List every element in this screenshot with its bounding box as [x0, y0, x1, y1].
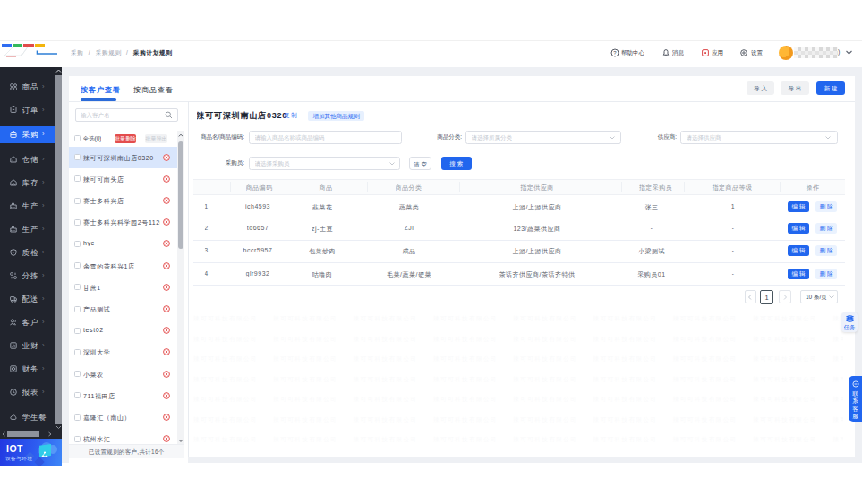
svg-text:?: ?	[613, 50, 617, 56]
